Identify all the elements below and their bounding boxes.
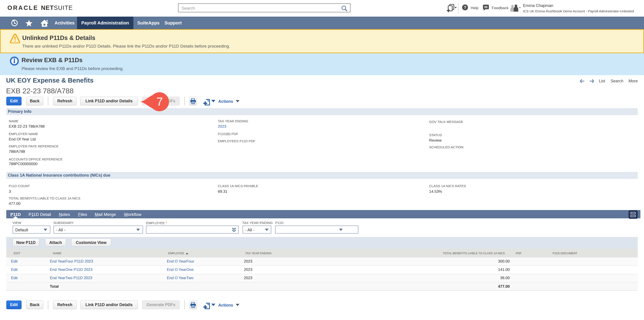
svg-text:?: ? — [464, 5, 466, 10]
svg-text:7: 7 — [156, 95, 163, 108]
